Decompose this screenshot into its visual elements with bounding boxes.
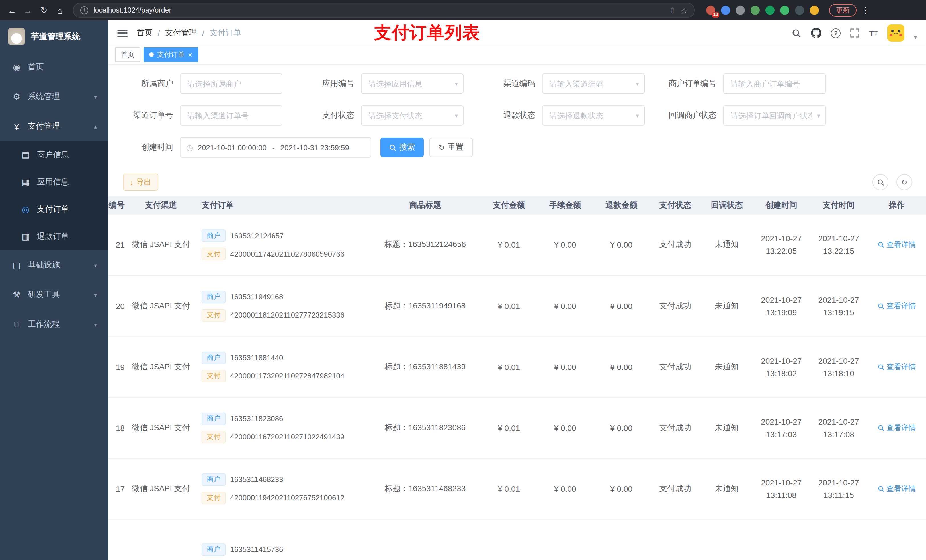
- sidebar-subitem[interactable]: ◎支付订单: [0, 196, 108, 223]
- view-detail-button[interactable]: 查看详情: [877, 240, 916, 250]
- cell-channel: 微信 JSAPI 支付: [128, 275, 194, 337]
- filter-select[interactable]: ▾: [361, 105, 464, 126]
- export-button[interactable]: ↓ 导出: [123, 174, 158, 191]
- site-info-icon[interactable]: i: [80, 6, 88, 14]
- filter-text-input[interactable]: [724, 106, 825, 125]
- sidebar-item[interactable]: ⚙系统管理▾: [0, 82, 108, 112]
- close-icon[interactable]: ×: [188, 51, 192, 58]
- create-time: 13:19:09: [753, 306, 810, 318]
- chevron-up-icon: ▴: [94, 123, 97, 130]
- tab-home[interactable]: 首页: [115, 47, 140, 62]
- refresh-table-icon[interactable]: ↻: [896, 174, 912, 190]
- view-detail-button[interactable]: 查看详情: [877, 483, 916, 494]
- filter-select[interactable]: ▾: [361, 73, 464, 94]
- search-button[interactable]: 搜索: [380, 138, 424, 157]
- pay-time: 13:17:08: [810, 428, 868, 440]
- avatar-caret-icon[interactable]: ▾: [914, 34, 917, 40]
- back-arrow-icon[interactable]: ←: [5, 3, 20, 18]
- browser-update-button[interactable]: 更新: [829, 4, 856, 17]
- forward-arrow-icon[interactable]: →: [21, 3, 35, 18]
- search-icon[interactable]: [792, 28, 802, 38]
- sidebar-item[interactable]: ◉首页: [0, 52, 108, 82]
- cell-title: 标题：1635311468233: [369, 458, 481, 519]
- address-bar[interactable]: i localhost:1024/pay/order ⇧ ☆: [73, 3, 695, 18]
- date-range-picker[interactable]: ◷ 2021-10-01 00:00:00 - 2021-10-31 23:59…: [180, 137, 371, 158]
- cell-pay-time: 2021-10-2713:18:10: [810, 337, 868, 397]
- create-time: 13:18:02: [753, 367, 810, 379]
- ext-green-icon[interactable]: [750, 6, 760, 15]
- sidebar-item[interactable]: ▢基础设施▾: [0, 251, 108, 280]
- ext-teal-check-icon[interactable]: [766, 6, 775, 15]
- fullscreen-icon[interactable]: [850, 29, 859, 38]
- home-icon[interactable]: ⌂: [52, 3, 67, 18]
- sidebar-subitem[interactable]: ▥退款订单: [0, 223, 108, 251]
- column-header: 创建时间: [753, 196, 810, 214]
- table-header-row: 编号支付渠道支付订单商品标题支付金额手续金额退款金额支付状态回调状态创建时间支付…: [108, 196, 926, 214]
- url-text[interactable]: localhost:1024/pay/order: [94, 6, 664, 14]
- date-start-value[interactable]: 2021-10-01 00:00:00: [198, 143, 266, 152]
- breadcrumb-home[interactable]: 首页: [137, 28, 153, 38]
- create-date: 2021-10-27: [753, 476, 810, 489]
- view-detail-button[interactable]: 查看详情: [877, 362, 916, 372]
- sidebar-subitem-label: 应用信息: [37, 177, 69, 187]
- filter-text-input[interactable]: [543, 106, 644, 125]
- chevron-down-icon: ▾: [94, 94, 97, 100]
- bookmark-star-icon[interactable]: ☆: [681, 6, 687, 15]
- cell-fee: ¥ 0.00: [537, 275, 593, 337]
- sidebar-subitem[interactable]: ▤商户信息: [0, 141, 108, 169]
- filter-text-input[interactable]: [724, 74, 825, 93]
- font-size-icon[interactable]: TT: [869, 28, 878, 38]
- sidebar-item[interactable]: ⚒研发工具▾: [0, 280, 108, 309]
- cell-pay-order: 商户1635311881440支付42000011732021102728479…: [194, 337, 369, 397]
- filter-text-input[interactable]: [180, 106, 282, 125]
- pay-date: 2021-10-27: [810, 476, 868, 489]
- filter-label: 渠道编码: [487, 78, 542, 89]
- filter-text-input[interactable]: [362, 74, 463, 93]
- browser-menu-icon[interactable]: ⋮: [861, 5, 870, 15]
- cell-pay-time: 2021-10-2713:19:15: [810, 275, 868, 337]
- merchant-order-line: 商户1635311823086: [201, 411, 369, 427]
- breadcrumb-pay-manage[interactable]: 支付管理: [165, 28, 197, 38]
- sidebar-toggle-icon[interactable]: [117, 29, 127, 37]
- sidebar-subitem[interactable]: ▦应用信息: [0, 169, 108, 196]
- merchant-order-line: 商户1635311949168: [201, 289, 369, 305]
- toggle-search-icon[interactable]: [873, 174, 888, 190]
- extensions-puzzle-icon[interactable]: 10: [706, 6, 715, 15]
- github-icon[interactable]: [811, 28, 822, 38]
- breadcrumb-separator: /: [158, 29, 160, 38]
- ext-dark-icon[interactable]: [795, 6, 804, 15]
- sidebar-item[interactable]: ⧉工作流程▾: [0, 309, 108, 339]
- help-icon[interactable]: ?: [831, 28, 841, 38]
- ext-blue-icon[interactable]: [721, 6, 730, 15]
- sidebar-item-label: 研发工具: [28, 290, 60, 300]
- tab-pay-order[interactable]: 支付订单×: [144, 47, 198, 62]
- pay-date: 2021-10-27: [810, 293, 868, 306]
- reset-button[interactable]: ↻ 重置: [430, 138, 473, 157]
- share-icon[interactable]: ⇧: [669, 6, 676, 15]
- devtools-icon: ⚒: [11, 290, 22, 300]
- pay-tag: 支付: [201, 370, 225, 382]
- user-avatar[interactable]: [887, 24, 904, 42]
- refresh-icon[interactable]: ↻: [36, 3, 51, 18]
- filter-text-input[interactable]: [362, 106, 463, 125]
- sidebar-item[interactable]: ¥支付管理▴: [0, 112, 108, 141]
- merchant-order-no: 1635311881440: [230, 353, 283, 362]
- view-detail-button[interactable]: 查看详情: [877, 301, 916, 311]
- filter-text-input[interactable]: [180, 74, 282, 93]
- filter-input[interactable]: [180, 105, 283, 126]
- view-detail-button[interactable]: 查看详情: [877, 423, 916, 433]
- channel-order-no: 4200001174202110278060590766: [230, 250, 344, 258]
- ext-chat-icon[interactable]: [780, 6, 789, 15]
- filter-select[interactable]: ▾: [542, 105, 645, 126]
- date-end-value[interactable]: 2021-10-31 23:59:59: [280, 143, 349, 152]
- ext-gray-icon[interactable]: [736, 6, 745, 15]
- filter-input[interactable]: [180, 73, 283, 94]
- cell-action: 查看详情: [867, 275, 926, 337]
- filter-select[interactable]: ▾: [723, 105, 826, 126]
- filter-input[interactable]: [723, 73, 826, 94]
- ext-face-icon[interactable]: [810, 6, 819, 15]
- table-row: 21微信 JSAPI 支付商户1635312124657支付4200001174…: [108, 214, 926, 275]
- filter-select[interactable]: ▾: [542, 73, 645, 94]
- sidebar-logo[interactable]: 芋道管理系统: [0, 21, 108, 52]
- filter-text-input[interactable]: [543, 74, 644, 93]
